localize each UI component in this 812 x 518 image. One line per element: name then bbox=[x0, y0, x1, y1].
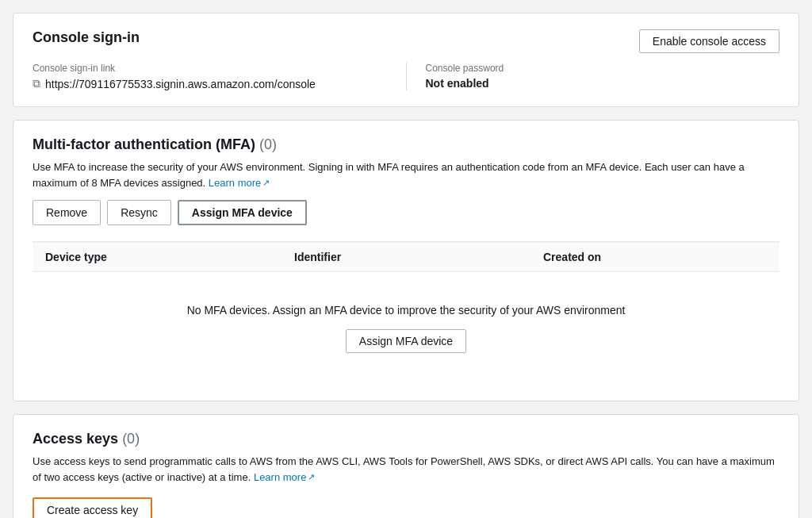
column-divider bbox=[406, 63, 407, 90]
password-label: Console password bbox=[426, 63, 780, 74]
access-keys-section: Access keys (0) Use access keys to send … bbox=[13, 414, 799, 518]
console-signin-title: Console sign-in bbox=[33, 29, 140, 46]
mfa-table-header: Device type Identifier Created on bbox=[33, 242, 779, 272]
col-created-on: Created on bbox=[530, 243, 779, 271]
signin-link-url: https://709116775533.signin.aws.amazon.c… bbox=[45, 78, 316, 90]
access-keys-description: Use access keys to send programmatic cal… bbox=[33, 454, 779, 485]
mfa-count: (0) bbox=[259, 136, 277, 152]
col-device-type: Device type bbox=[33, 243, 282, 271]
mfa-table: Device type Identifier Created on No MFA… bbox=[33, 241, 779, 385]
console-signin-section: Console sign-in Enable console access Co… bbox=[13, 13, 799, 107]
assign-mfa-empty-button[interactable]: Assign MFA device bbox=[346, 329, 466, 353]
mfa-title: Multi-factor authentication (MFA) (0) bbox=[33, 136, 277, 153]
mfa-table-empty: No MFA devices. Assign an MFA device to … bbox=[33, 272, 779, 385]
mfa-description: Use MFA to increase the security of your… bbox=[33, 159, 779, 190]
access-keys-external-link-icon: ↗ bbox=[308, 470, 315, 484]
mfa-section: Multi-factor authentication (MFA) (0) Us… bbox=[13, 120, 799, 401]
access-keys-learn-more-link[interactable]: Learn more ↗ bbox=[254, 470, 315, 485]
mfa-empty-message: No MFA devices. Assign an MFA device to … bbox=[45, 304, 767, 317]
mfa-learn-more-link[interactable]: Learn more ↗ bbox=[209, 175, 270, 191]
signin-link-value: ⧉ https://709116775533.signin.aws.amazon… bbox=[33, 77, 387, 90]
copy-icon[interactable]: ⧉ bbox=[33, 77, 40, 90]
external-link-icon: ↗ bbox=[262, 176, 270, 190]
access-keys-title: Access keys (0) bbox=[33, 431, 140, 447]
signin-link-label: Console sign-in link bbox=[33, 63, 387, 74]
access-keys-count: (0) bbox=[122, 431, 140, 447]
col-identifier: Identifier bbox=[282, 243, 530, 271]
password-col: Console password Not enabled bbox=[426, 63, 780, 90]
remove-mfa-button[interactable]: Remove bbox=[33, 200, 101, 225]
resync-mfa-button[interactable]: Resync bbox=[107, 200, 171, 225]
mfa-button-group: Remove Resync Assign MFA device bbox=[33, 200, 779, 225]
enable-console-access-button[interactable]: Enable console access bbox=[639, 29, 779, 53]
assign-mfa-button[interactable]: Assign MFA device bbox=[178, 200, 307, 225]
password-value: Not enabled bbox=[426, 77, 780, 90]
create-access-key-button[interactable]: Create access key bbox=[33, 497, 152, 518]
signin-link-col: Console sign-in link ⧉ https://709116775… bbox=[33, 63, 387, 90]
